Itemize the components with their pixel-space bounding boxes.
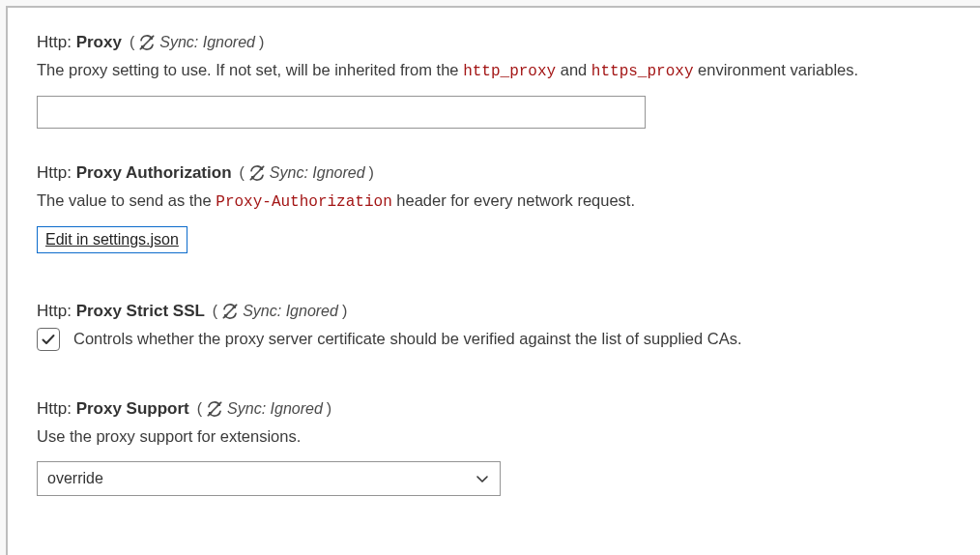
sync-ignored-label: Sync: Ignored <box>270 164 365 182</box>
setting-title: Http: Proxy Strict SSL <box>37 302 205 321</box>
desc-text: The proxy setting to use. If not set, wi… <box>37 61 463 78</box>
chevron-down-icon <box>475 471 490 486</box>
proxy-support-select[interactable]: override <box>37 461 501 496</box>
sync-ignored-icon <box>206 400 223 418</box>
sync-ignored-badge: ( Sync: Ignored) <box>240 164 374 182</box>
desc-code: Proxy-Authorization <box>216 193 391 211</box>
sync-ignored-label: Sync: Ignored <box>227 400 323 418</box>
setting-title: Http: Proxy Authorization <box>37 163 232 183</box>
sync-ignored-badge: ( Sync: Ignored) <box>213 303 347 320</box>
setting-description: The proxy setting to use. If not set, wi… <box>37 58 955 84</box>
desc-text: environment variables. <box>693 61 858 78</box>
sync-ignored-label: Sync: Ignored <box>243 303 338 320</box>
desc-text: The value to send as the <box>37 191 216 209</box>
setting-name: Proxy <box>76 33 122 51</box>
setting-header: Http: Proxy Strict SSL ( Sync: Ignored) <box>37 302 955 321</box>
setting-http-proxy-authorization: Http: Proxy Authorization ( Sync: Ignore… <box>37 163 955 253</box>
proxy-strict-ssl-checkbox[interactable] <box>37 328 60 351</box>
setting-category: Http: <box>37 33 72 51</box>
setting-http-proxy-strict-ssl: Http: Proxy Strict SSL ( Sync: Ignored) <box>37 302 955 352</box>
sync-ignored-label: Sync: Ignored <box>159 34 255 51</box>
sync-ignored-icon <box>248 164 266 182</box>
setting-header: Http: Proxy Support ( Sync: Ignored) <box>37 399 955 419</box>
setting-http-proxy-support: Http: Proxy Support ( Sync: Ignored) Use… <box>37 399 955 496</box>
setting-title: Http: Proxy <box>37 33 122 52</box>
setting-title: Http: Proxy Support <box>37 399 189 419</box>
setting-description: Use the proxy support for extensions. <box>37 424 955 450</box>
setting-name: Proxy Strict SSL <box>76 302 205 320</box>
select-value: override <box>47 470 103 487</box>
sync-ignored-icon <box>138 34 156 51</box>
checkbox-row: Controls whether the proxy server certif… <box>37 327 955 352</box>
setting-name: Proxy Support <box>76 399 189 418</box>
desc-text: and <box>556 61 591 78</box>
setting-category: Http: <box>37 163 72 182</box>
desc-code: http_proxy <box>463 63 556 80</box>
sync-ignored-badge: ( Sync: Ignored) <box>130 34 264 51</box>
checkbox-label: Controls whether the proxy server certif… <box>73 327 742 352</box>
setting-http-proxy: Http: Proxy ( Sync: Ignored) The proxy s… <box>37 33 955 129</box>
proxy-input[interactable] <box>37 96 646 129</box>
setting-header: Http: Proxy ( Sync: Ignored) <box>37 33 955 52</box>
setting-name: Proxy Authorization <box>76 163 232 182</box>
sync-ignored-icon <box>221 303 239 320</box>
edit-in-settings-json-link[interactable]: Edit in settings.json <box>37 226 187 253</box>
setting-description: The value to send as the Proxy-Authoriza… <box>37 189 955 215</box>
settings-panel: Http: Proxy ( Sync: Ignored) The proxy s… <box>6 6 980 555</box>
desc-code: https_proxy <box>591 63 694 80</box>
desc-text: header for every network request. <box>392 191 635 209</box>
setting-category: Http: <box>37 399 72 418</box>
setting-category: Http: <box>37 302 72 320</box>
sync-ignored-badge: ( Sync: Ignored) <box>197 400 331 418</box>
setting-header: Http: Proxy Authorization ( Sync: Ignore… <box>37 163 955 183</box>
